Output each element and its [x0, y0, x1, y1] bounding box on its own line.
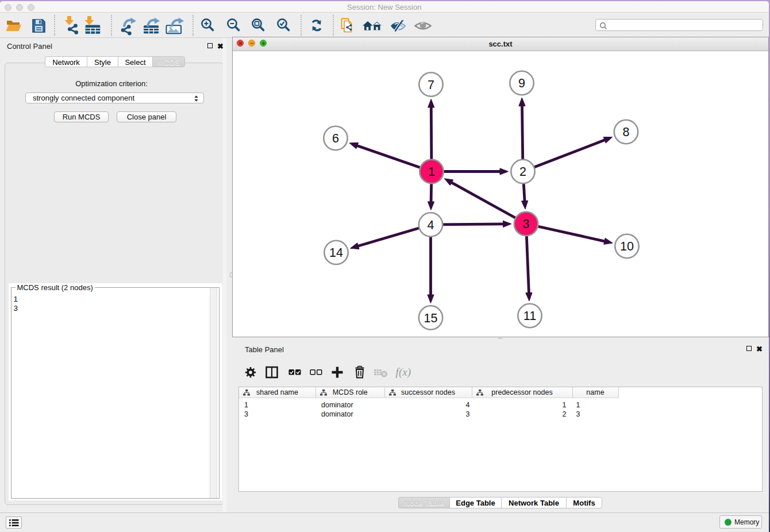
svg-text:9: 9 — [518, 76, 525, 90]
svg-text:15: 15 — [424, 311, 438, 325]
svg-text:4: 4 — [428, 218, 434, 232]
svg-text:8: 8 — [623, 125, 630, 139]
svg-text:2: 2 — [519, 165, 526, 179]
svg-text:14: 14 — [329, 246, 343, 260]
svg-text:1: 1 — [428, 165, 435, 179]
svg-text:11: 11 — [523, 309, 536, 323]
svg-text:3: 3 — [523, 217, 530, 231]
svg-text:10: 10 — [620, 240, 634, 253]
svg-text:6: 6 — [332, 132, 339, 145]
svg-text:7: 7 — [428, 78, 434, 91]
